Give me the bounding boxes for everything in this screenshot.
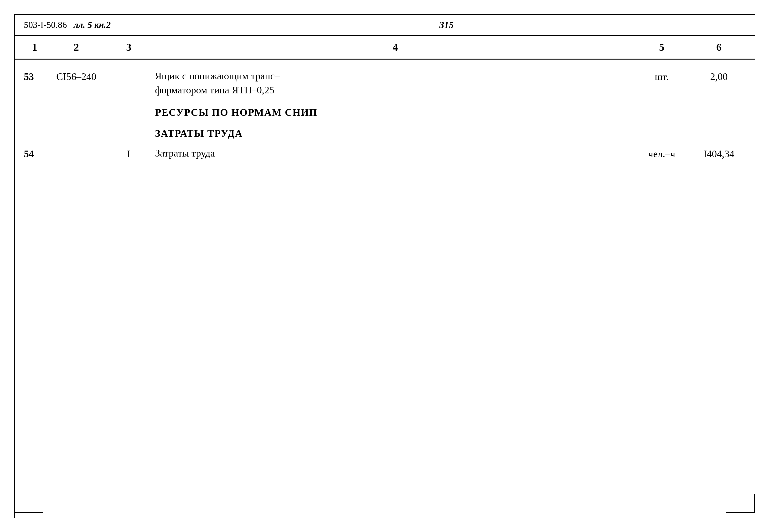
header-row: 503-I-50.86 лл. 5 кн.2 315 (14, 14, 755, 36)
col-header-6: 6 (688, 41, 755, 53)
section-resources: РЕСУРСЫ ПО НОРМАМ СНИП (14, 100, 755, 121)
col-header-5: 5 (636, 41, 688, 53)
row-code-54 (45, 146, 107, 148)
doc-id: 503-I-50.86 лл. 5 кн.2 (14, 20, 138, 30)
row-qualifier-54: I (107, 146, 150, 160)
doc-id-prefix: 503-I-50.86 (24, 20, 67, 30)
row-description-54: Затраты труда (150, 146, 636, 160)
col-header-3: 3 (107, 41, 150, 53)
col-header-1: 1 (14, 41, 45, 53)
table-body: 53 CI56–240 Ящик с понижающим транс– фор… (14, 60, 755, 162)
row-code-53: CI56–240 (45, 69, 107, 82)
row-num-54: 54 (14, 146, 45, 160)
section-resources-label: РЕСУРСЫ ПО НОРМАМ СНИП (150, 107, 317, 118)
column-headers: 1 2 3 4 5 6 (14, 36, 755, 60)
row-description-53: Ящик с понижающим транс– форматором типа… (150, 69, 636, 97)
section-labor-label: ЗАТРАТЫ ТРУДА (150, 128, 243, 139)
row-quantity-53: 2,00 (688, 69, 755, 82)
row-unit-54: чел.–ч (636, 146, 688, 160)
row-qualifier-53 (107, 69, 150, 71)
table-row: 54 I Затраты труда чел.–ч I404,34 (14, 142, 755, 163)
row-num-53: 53 (14, 69, 45, 82)
col-header-4: 4 (150, 41, 636, 53)
row-unit-53: шт. (636, 69, 688, 82)
page-number: 315 (138, 19, 755, 30)
row-quantity-54: I404,34 (688, 146, 755, 160)
section-labor-costs: ЗАТРАТЫ ТРУДА (14, 121, 755, 142)
doc-id-italic: лл. 5 кн.2 (74, 20, 111, 30)
col-header-2: 2 (45, 41, 107, 53)
table-row: 53 CI56–240 Ящик с понижающим транс– фор… (14, 67, 755, 100)
